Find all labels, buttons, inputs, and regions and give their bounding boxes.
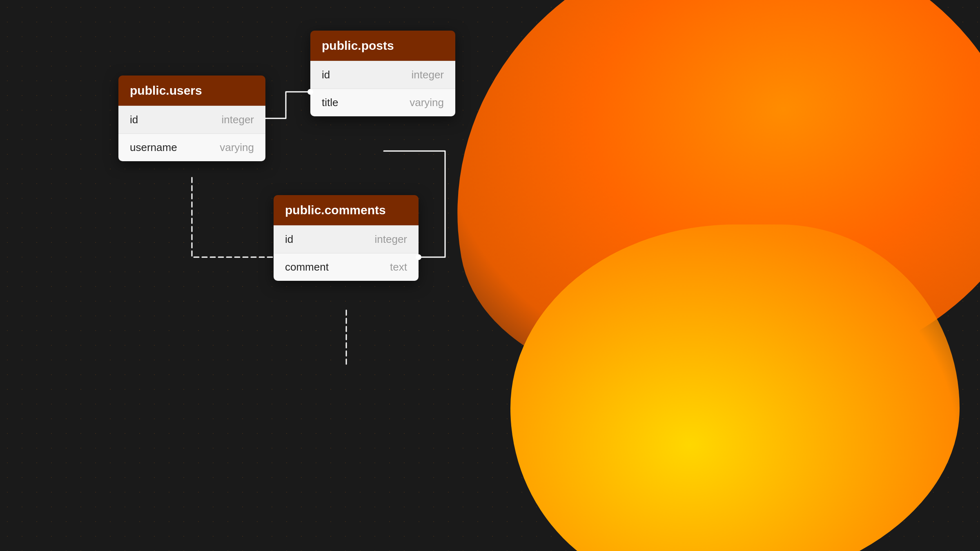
table-users-header: public.users	[118, 76, 265, 106]
table-users-title: public.users	[130, 84, 202, 97]
table-posts-title: public.posts	[322, 39, 394, 52]
table-comments: public.comments id integer comment text	[274, 195, 419, 281]
table-comments-row-id: id integer	[274, 225, 419, 253]
users-col-type-username: varying	[220, 141, 254, 154]
users-col-name-id: id	[130, 113, 138, 126]
table-comments-row-comment: comment text	[274, 253, 419, 281]
table-comments-title: public.comments	[285, 203, 386, 217]
users-col-name-username: username	[130, 141, 177, 154]
table-users-row-id: id integer	[118, 106, 265, 133]
posts-col-name-id: id	[322, 69, 330, 81]
posts-col-type-title: varying	[410, 96, 444, 109]
table-posts-row-title: title varying	[310, 89, 455, 116]
posts-col-type-id: integer	[412, 69, 444, 81]
comments-col-name-id: id	[285, 233, 293, 246]
users-col-type-id: integer	[222, 113, 254, 126]
comments-col-type-comment: text	[390, 261, 407, 273]
comments-col-type-id: integer	[375, 233, 408, 246]
table-users: public.users id integer username varying	[118, 76, 265, 161]
table-users-row-username: username varying	[118, 133, 265, 161]
comments-col-name-comment: comment	[285, 261, 329, 273]
table-posts-header: public.posts	[310, 31, 455, 61]
table-posts-row-id: id integer	[310, 61, 455, 89]
diagram-canvas: public.users id integer username varying…	[0, 0, 980, 551]
table-posts: public.posts id integer title varying	[310, 31, 455, 116]
table-comments-header: public.comments	[274, 195, 419, 225]
posts-col-name-title: title	[322, 96, 338, 109]
